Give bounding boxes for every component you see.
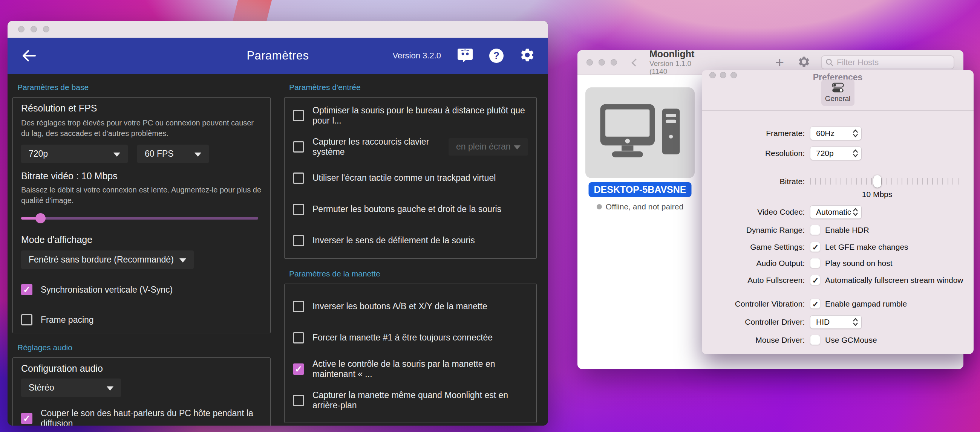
resolution-fps-title: Résolution et FPS	[21, 103, 262, 114]
bitrate-slider[interactable]	[21, 213, 262, 224]
swap-mouse-buttons-checkbox[interactable]	[293, 204, 304, 215]
zoom-button[interactable]	[611, 59, 617, 65]
filter-hosts-field[interactable]	[821, 56, 955, 69]
bitrate-slider-ticks	[810, 178, 962, 184]
mute-host-label: Couper le son des haut-parleurs du PC hô…	[41, 408, 262, 426]
frame-pacing-row[interactable]: Frame pacing	[21, 314, 262, 326]
section-basic-settings: Paramètres de base	[18, 83, 270, 92]
discord-icon	[457, 48, 473, 62]
frame-pacing-label: Frame pacing	[41, 315, 94, 325]
optimize-mouse-checkbox[interactable]	[293, 110, 304, 121]
touchscreen-trackpad-checkbox[interactable]	[293, 173, 304, 184]
gamepad-rumble-label: Enable gampad rumble	[825, 299, 907, 308]
mute-host-row[interactable]: Couper le son des haut-parleurs du PC hô…	[21, 408, 262, 426]
bitrate-value-label: 10 Mbps	[862, 190, 892, 199]
bitrate-slider-thumb[interactable]	[873, 175, 881, 187]
video-codec-row: Video Codec: Automatic	[702, 205, 974, 219]
video-codec-value: Automatic	[816, 208, 853, 216]
divider	[702, 110, 974, 111]
force-gamepad1-row[interactable]: Forcer la manette #1 à être toujours con…	[285, 322, 536, 353]
audio-config-label: Configuration audio	[21, 363, 262, 374]
host-name-badge[interactable]: DESKTOP-5BAVSNE	[589, 182, 692, 197]
force-gamepad1-checkbox[interactable]	[293, 332, 304, 343]
stepper-icon	[853, 317, 858, 327]
gamepad-mouse-mode-row[interactable]: Active le contrôle de la souris par la m…	[285, 353, 536, 384]
chevron-left-icon[interactable]	[632, 59, 639, 66]
optimize-mouse-row[interactable]: Optimiser la souris pour le bureau à dis…	[285, 100, 536, 131]
help-button[interactable]	[489, 49, 504, 63]
reverse-scroll-row[interactable]: Inverser le sens de défilement de la sou…	[285, 225, 536, 256]
display-mode-dropdown[interactable]: Fenêtré sans bordure (Recommandé)	[21, 251, 194, 269]
gamepad-mouse-mode-checkbox[interactable]	[293, 364, 304, 375]
capture-shortcuts-row[interactable]: Capturer les raccourcis clavier système …	[285, 131, 536, 162]
audio-output-row: Audio Output: Play sound on host	[702, 256, 974, 270]
swap-mouse-buttons-row[interactable]: Permuter les boutons gauche et droit de …	[285, 194, 536, 225]
stepper-icon	[853, 148, 858, 158]
gfe-changes-checkbox[interactable]	[810, 242, 820, 252]
background-gamepad-row[interactable]: Capturer la manette même quand Moonlight…	[285, 384, 536, 416]
bitrate-slider[interactable]	[810, 175, 962, 188]
audio-config-dropdown[interactable]: Stéréo	[21, 378, 121, 397]
video-codec-select[interactable]: Automatic	[810, 205, 862, 219]
framerate-select[interactable]: 60Hz	[810, 127, 862, 140]
settings-window-titlebar[interactable]	[8, 21, 548, 38]
add-host-button[interactable]: +	[775, 55, 784, 70]
desktop-computer-icon	[595, 100, 684, 166]
controller-vibration-label: Controller Vibration:	[702, 297, 805, 311]
controller-driver-row: Controller Driver: HID	[702, 315, 974, 329]
bitrate-slider-track[interactable]	[21, 217, 258, 219]
gamepad-rumble-checkbox[interactable]	[810, 299, 820, 309]
reverse-scroll-checkbox[interactable]	[293, 235, 304, 246]
close-button[interactable]	[18, 26, 24, 32]
app-title: Moonlight	[649, 49, 702, 59]
resolution-select[interactable]: 720p	[810, 146, 862, 160]
section-gamepad-settings: Paramètres de la manette	[289, 269, 537, 278]
filter-hosts-input[interactable]	[837, 58, 950, 67]
resolution-dropdown[interactable]: 720p	[21, 145, 128, 163]
dynamic-range-row: Dynamic Range: Enable HDR	[702, 223, 974, 237]
capture-shortcuts-checkbox[interactable]	[293, 141, 304, 152]
zoom-button[interactable]	[43, 26, 49, 32]
toggles-icon	[831, 83, 845, 93]
section-input-settings: Paramètres d'entrée	[289, 83, 537, 92]
host-status-text: Offline, and not paired	[606, 202, 683, 211]
fps-value: 60 FPS	[145, 149, 174, 159]
swap-ab-xy-checkbox[interactable]	[293, 301, 304, 312]
desktop-wallpaper: Paramètres Version 3.2.0	[0, 0, 980, 432]
close-button[interactable]	[587, 59, 593, 65]
play-sound-host-checkbox[interactable]	[810, 258, 820, 268]
settings-gear-button[interactable]	[519, 47, 535, 64]
background-gamepad-checkbox[interactable]	[293, 395, 304, 406]
swap-ab-xy-row[interactable]: Inverser les boutons A/B et X/Y de la ma…	[285, 291, 536, 322]
preferences-button[interactable]	[797, 56, 810, 70]
framerate-label: Framerate:	[702, 126, 805, 140]
optimize-mouse-label: Optimiser la souris pour le bureau à dis…	[312, 105, 528, 126]
dynamic-range-label: Dynamic Range:	[702, 223, 805, 237]
enable-hdr-checkbox[interactable]	[810, 225, 820, 235]
version-label: Version 3.2.0	[393, 51, 441, 60]
touchscreen-trackpad-row[interactable]: Utiliser l'écran tactile comme un trackp…	[285, 162, 536, 194]
resolution-row: Resolution: 720p	[702, 146, 974, 160]
game-settings-label: Game Settings:	[702, 240, 805, 254]
basic-settings-group: Résolution et FPS Des réglages trop élev…	[13, 97, 270, 334]
gcmouse-checkbox[interactable]	[810, 335, 820, 345]
minimize-button[interactable]	[30, 26, 37, 32]
capture-shortcuts-label: Capturer les raccourcis clavier système	[312, 137, 449, 157]
fps-dropdown[interactable]: 60 FPS	[137, 145, 209, 163]
auto-fullscreen-row: Auto Fullscreen: Automatically fullscree…	[702, 273, 974, 287]
bitrate-slider-thumb[interactable]	[35, 213, 46, 223]
host-tile[interactable]	[585, 87, 695, 178]
vsync-label: Synchronisation verticale (V-Sync)	[41, 285, 173, 295]
frame-pacing-checkbox[interactable]	[21, 314, 32, 326]
window-controls	[587, 59, 617, 65]
minimize-button[interactable]	[598, 59, 605, 65]
discord-button[interactable]	[457, 48, 473, 64]
resolution-label: Resolution:	[702, 146, 805, 160]
audio-settings-group: Configuration audio Stéréo Couper le son…	[13, 357, 270, 426]
auto-fullscreen-checkbox[interactable]	[810, 275, 820, 285]
vsync-checkbox[interactable]	[21, 284, 32, 295]
controller-driver-select[interactable]: HID	[810, 315, 862, 329]
vsync-row[interactable]: Synchronisation verticale (V-Sync)	[21, 284, 262, 295]
mute-host-checkbox[interactable]	[21, 413, 32, 424]
tab-general[interactable]: General	[821, 79, 854, 106]
